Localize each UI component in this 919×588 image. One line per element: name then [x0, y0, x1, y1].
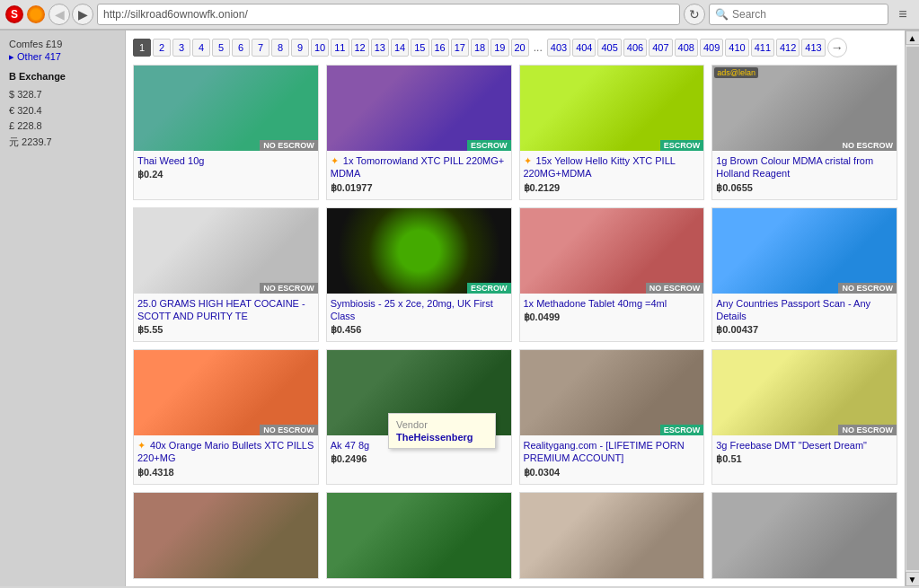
page-404[interactable]: 404: [572, 39, 596, 57]
page-16[interactable]: 16: [431, 39, 449, 57]
product-card-7[interactable]: NO ESCROW Any Countries Passport Scan - …: [711, 207, 897, 343]
product-image-13: [327, 493, 511, 578]
page-1[interactable]: 1: [133, 39, 151, 57]
page-403[interactable]: 403: [547, 39, 570, 57]
ads-label: ads@lelan: [714, 67, 758, 78]
page-8[interactable]: 8: [271, 39, 289, 57]
page-408[interactable]: 408: [675, 39, 698, 57]
product-price-7: ฿0.00437: [716, 324, 893, 336]
product-info-0: Thai Weed 10g ฿0.24: [134, 151, 318, 186]
page-14[interactable]: 14: [391, 39, 409, 57]
page-6[interactable]: 6: [232, 39, 250, 57]
product-price-10: ฿0.0304: [524, 467, 701, 478]
product-title-2: ✦ 15x Yellow Hello Kitty XTC PILL 220MG+…: [524, 154, 701, 180]
product-card-2[interactable]: ESCROW ✦ 15x Yellow Hello Kitty XTC PILL…: [519, 65, 705, 200]
page-7[interactable]: 7: [252, 39, 270, 57]
product-image-15: [712, 493, 897, 578]
product-price-3: ฿0.0655: [716, 182, 893, 194]
page-409[interactable]: 409: [700, 39, 723, 57]
product-title-4: 25.0 GRAMS HIGH HEAT COCAINE - SCOTT AND…: [137, 297, 314, 323]
page-5[interactable]: 5: [212, 39, 230, 57]
page-10[interactable]: 10: [311, 39, 329, 57]
product-card-6[interactable]: NO ESCROW 1x Methadone Tablet 40mg =4ml …: [519, 207, 705, 343]
product-grid: NO ESCROW Thai Weed 10g ฿0.24 ESCROW ✦ 1…: [133, 65, 897, 579]
product-card-9[interactable]: Ak 47 8g ฿0.2496 Vendor TheHeissenberg: [326, 349, 512, 485]
search-bar[interactable]: 🔍: [709, 4, 888, 25]
back-button[interactable]: ◀: [49, 4, 70, 25]
page-12[interactable]: 12: [351, 39, 369, 57]
menu-button[interactable]: ≡: [892, 4, 914, 25]
browser-toolbar: S ◀ ▶ ↻ 🔍 ≡: [0, 0, 919, 30]
menu-icon: ≡: [898, 6, 906, 22]
next-page-button[interactable]: →: [827, 38, 847, 57]
product-card-0[interactable]: NO ESCROW Thai Weed 10g ฿0.24: [133, 65, 319, 200]
scroll-thumb[interactable]: [906, 47, 919, 570]
product-price-11: ฿0.51: [716, 453, 893, 465]
page-13[interactable]: 13: [371, 39, 389, 57]
product-card-15[interactable]: [711, 492, 897, 579]
page-9[interactable]: 9: [291, 39, 309, 57]
browser-logo-s: S: [5, 5, 23, 23]
content-area[interactable]: 1 2 3 4 5 6 7 8 9 10 11 12 13 14 15 16 1…: [126, 31, 905, 586]
product-image-3: ads@lelan NO ESCROW: [712, 66, 897, 151]
product-image-8: NO ESCROW: [134, 350, 318, 435]
page-412[interactable]: 412: [776, 39, 800, 57]
scroll-down-button[interactable]: ▼: [906, 572, 920, 586]
vendor-label: Vendor: [396, 419, 488, 430]
page-19[interactable]: 19: [490, 39, 508, 57]
product-card-3[interactable]: ads@lelan NO ESCROW 1g Brown Colour MDMA…: [711, 65, 897, 200]
page-406[interactable]: 406: [623, 39, 647, 57]
page-4[interactable]: 4: [192, 39, 210, 57]
search-input[interactable]: [732, 8, 882, 21]
product-info-11: 3g Freebase DMT "Desert Dream" ฿0.51: [712, 435, 897, 470]
refresh-button[interactable]: ↻: [684, 4, 705, 25]
product-info-3: 1g Brown Colour MDMA cristal from Hollan…: [712, 151, 897, 199]
escrow-badge-10: ESCROW: [660, 425, 704, 435]
product-card-13[interactable]: [326, 492, 512, 579]
vendor-name: TheHeissenberg: [396, 432, 488, 443]
product-info-2: ✦ 15x Yellow Hello Kitty XTC PILL 220MG+…: [520, 151, 704, 199]
scrollbar: ▲ ▼: [905, 31, 919, 586]
page-405[interactable]: 405: [597, 39, 621, 57]
product-card-12[interactable]: [133, 492, 319, 579]
nav-buttons: ◀ ▶: [49, 4, 93, 25]
product-info-10: Realitygang.com - [LIFETIME PORN PREMIUM…: [520, 435, 704, 484]
vendor-tooltip: Vendor TheHeissenberg: [388, 413, 496, 449]
page-411[interactable]: 411: [751, 39, 774, 57]
product-card-5[interactable]: ESCROW Symbiosis - 25 x 2ce, 20mg, UK Fi…: [326, 207, 512, 343]
product-title-3: 1g Brown Colour MDMA cristal from Hollan…: [716, 154, 893, 180]
sidebar-item-other[interactable]: ▸ Other 417: [9, 50, 116, 64]
product-title-10: Realitygang.com - [LIFETIME PORN PREMIUM…: [524, 439, 701, 465]
page-20[interactable]: 20: [511, 39, 529, 57]
page-413[interactable]: 413: [801, 39, 825, 57]
product-image-4: NO ESCROW: [134, 208, 318, 294]
product-title-1: ✦ 1x Tomorrowland XTC PILL 220MG+ MDMA: [331, 154, 508, 180]
product-price-9: ฿0.2496: [331, 453, 508, 465]
page-15[interactable]: 15: [411, 39, 429, 57]
page-407[interactable]: 407: [649, 39, 672, 57]
page-3[interactable]: 3: [172, 39, 190, 57]
product-card-4[interactable]: NO ESCROW 25.0 GRAMS HIGH HEAT COCAINE -…: [133, 207, 319, 343]
page-410[interactable]: 410: [725, 39, 748, 57]
page-17[interactable]: 17: [451, 39, 469, 57]
product-image-14: [520, 493, 704, 578]
forward-button[interactable]: ▶: [72, 4, 93, 25]
page-11[interactable]: 11: [331, 39, 349, 57]
product-image-7: NO ESCROW: [712, 208, 897, 294]
product-image-0: NO ESCROW: [134, 66, 318, 151]
page-2[interactable]: 2: [153, 39, 171, 57]
product-card-14[interactable]: [519, 492, 705, 579]
product-info-5: Symbiosis - 25 x 2ce, 20mg, UK First Cla…: [327, 294, 511, 342]
product-image-10: ESCROW: [520, 350, 704, 435]
product-card-8[interactable]: NO ESCROW ✦ 40x Orange Mario Bullets XTC…: [133, 349, 319, 485]
product-price-2: ฿0.2129: [524, 182, 701, 194]
page-18[interactable]: 18: [471, 39, 489, 57]
product-card-11[interactable]: NO ESCROW 3g Freebase DMT "Desert Dream"…: [711, 349, 897, 485]
product-image-2: ESCROW: [520, 66, 704, 151]
product-image-1: ESCROW: [327, 66, 511, 151]
product-card-10[interactable]: ESCROW Realitygang.com - [LIFETIME PORN …: [519, 349, 705, 485]
verified-icon-8: ✦: [137, 440, 146, 451]
product-card-1[interactable]: ESCROW ✦ 1x Tomorrowland XTC PILL 220MG+…: [326, 65, 512, 200]
address-bar[interactable]: [97, 4, 680, 25]
scroll-up-button[interactable]: ▲: [906, 31, 920, 45]
